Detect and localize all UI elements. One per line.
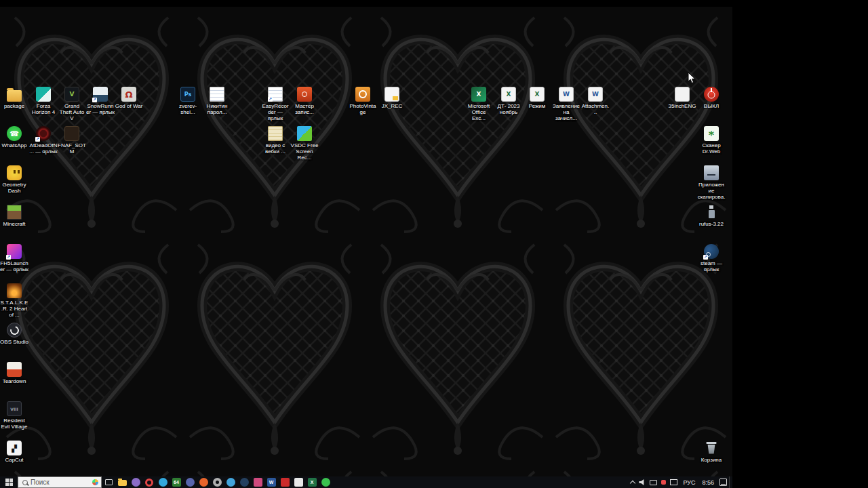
desktop-icon-zverev-shel[interactable]: Pszverev-shel... (174, 87, 202, 115)
display-icon (670, 479, 677, 485)
shortcut-arrow-icon (35, 137, 40, 142)
action-center-button[interactable] (717, 476, 729, 488)
taskbar-app-discord[interactable] (183, 476, 197, 488)
desktop-icon-skaner-drweb[interactable]: *Сканер Dr.Web (697, 126, 726, 155)
steam-icon (704, 244, 719, 259)
drweb-icon: * (704, 126, 719, 141)
desktop-icon-rufus-3-22[interactable]: rufus-3.22 (697, 205, 726, 227)
excel-file-icon: X (530, 87, 545, 102)
desktop-icon-35incheng[interactable]: 35inchENG (668, 87, 696, 109)
desktop-icon-label: rufus-3.22 (697, 221, 726, 227)
capcut-icon: ▞ (7, 441, 22, 455)
settings-icon (213, 478, 222, 487)
taskbar-app-youtube[interactable] (278, 476, 292, 488)
taskbar-app-skype[interactable] (224, 476, 237, 488)
gtav-icon: V (64, 87, 79, 102)
godofwar-icon: Ω (121, 87, 136, 102)
windows-logo-icon (5, 479, 13, 486)
desktop-icon-grand-theft-auto-v[interactable]: VGrand Theft Auto V (58, 87, 86, 122)
desktop-icon-zayavlenie-na-zachisl[interactable]: WЗаявление на зачисл... (552, 87, 580, 122)
taskbar-app-telegram[interactable] (156, 476, 170, 488)
desktop-icon-teardown[interactable]: Teardown (0, 362, 28, 384)
desktop-icon-fh5launcher[interactable]: FH5Launcher — ярлык (0, 244, 28, 272)
taskbar-app-photos[interactable] (251, 476, 264, 488)
desktop-icon-microsoft-office-excel[interactable]: XMicrosoft Office Exc... (465, 87, 493, 122)
desktop-icon-label: package (0, 103, 28, 109)
taskbar-app-brave[interactable] (197, 476, 210, 488)
desktop-icon-fnaf-sotm[interactable]: FNAF_SOTM (58, 126, 86, 155)
language-indicator[interactable]: РУС (679, 479, 698, 486)
desktop-icon-photovintage[interactable]: PhotoVintage (349, 87, 377, 115)
taskbar-app-opera[interactable] (142, 476, 156, 488)
desktop-icon-steam[interactable]: steam — ярлык (697, 244, 726, 272)
taskbar-app-lightshot[interactable] (129, 476, 142, 488)
taskbar-app-excel[interactable]: X (305, 476, 319, 488)
teardown-icon (7, 362, 22, 377)
screen: packageForza Horizon 4VGrand Theft Auto … (0, 0, 868, 488)
desktop[interactable]: packageForza Horizon 4VGrand Theft Auto … (0, 7, 732, 476)
textfile-icon (210, 87, 224, 102)
notification-icon (719, 479, 727, 486)
desktop-icon-label: Никитин парол... (203, 103, 231, 115)
volume-button[interactable] (637, 476, 648, 488)
desktop-icon-obs-studio[interactable]: OBS Studio (0, 323, 28, 345)
desktop-icon-snowrunner[interactable]: SnowRunner — ярлык (86, 87, 115, 115)
desktop-icon-dt-2023-noyabr[interactable]: XДТ- 2023 ноябрь (494, 87, 523, 115)
desktop-icon-forza-horizon-4[interactable]: Forza Horizon 4 (29, 87, 58, 115)
taskbar-app-notepad[interactable] (292, 476, 305, 488)
desktop-icon-nikitin-parol[interactable]: Никитин парол... (203, 87, 231, 115)
taskbar: Поиск 64WX РУС 8:56 (0, 476, 732, 488)
desktop-icon-video-s-vebki[interactable]: видео с вебки ... (261, 126, 290, 155)
adon-icon (36, 126, 51, 141)
taskbar-search[interactable]: Поиск (18, 476, 102, 488)
brave-icon (199, 478, 208, 487)
hidden-icons-button[interactable] (629, 476, 637, 488)
desktop-icon-whatsapp[interactable]: ☎WhatsApp (0, 126, 28, 148)
app-64-icon: 64 (172, 478, 181, 487)
desktop-icon-resident-evil-village[interactable]: VIIIResident Evil Village (0, 401, 28, 430)
desktop-icon-vsdc-free-screen-rec[interactable]: VSDC Free Screen Rec... (290, 126, 319, 161)
search-highlights-icon (92, 479, 98, 485)
search-icon (22, 480, 28, 485)
desktop-icon-jx-rec[interactable]: JX_REC (378, 87, 406, 109)
desktop-icon-master-zapis[interactable]: Мастер запис... (290, 87, 319, 115)
display-button[interactable] (668, 476, 679, 488)
recording-button[interactable] (659, 476, 668, 488)
desktop-icon-easyrecorder[interactable]: EasyRecorder — ярлык (261, 87, 290, 122)
record-icon (661, 480, 666, 485)
taskbar-app-file-explorer[interactable] (115, 476, 129, 488)
desktop-icon-atdeadofnight[interactable]: AtDeadOfN... — ярлык (29, 126, 58, 155)
desktop-icon-prilozhenie-skanirova[interactable]: Приложение сканирова... (697, 165, 726, 201)
whatsapp-icon (321, 478, 330, 487)
desktop-icon-vykl[interactable]: ВЫКЛ (697, 87, 726, 109)
photovintage-icon (355, 87, 370, 102)
telegram-icon (159, 478, 167, 487)
taskbar-app-steam[interactable] (237, 476, 251, 488)
desktop-icon-korzina[interactable]: Корзина (697, 441, 726, 463)
taskbar-app-settings[interactable] (210, 476, 224, 488)
desktop-icon-label: Teardown (0, 378, 28, 384)
gd-icon (7, 165, 22, 180)
file-explorer-icon (118, 480, 127, 486)
taskbar-app-app-64[interactable]: 64 (170, 476, 183, 488)
show-desktop-button[interactable] (729, 476, 732, 488)
desktop-icon-label: ДТ- 2023 ноябрь (494, 103, 523, 115)
desktop-icon-god-of-war[interactable]: ΩGod of War (115, 87, 143, 109)
taskbar-app-whatsapp[interactable] (319, 476, 332, 488)
desktop-icon-label: S.T.A.L.K.E.R. 2 Heart of ... (0, 300, 28, 319)
taskbar-app-task-view[interactable] (102, 476, 115, 488)
obs-icon (7, 323, 22, 338)
desktop-icon-stalker-2-heart-of[interactable]: S.T.A.L.K.E.R. 2 Heart of ... (0, 283, 28, 319)
desktop-icon-capcut[interactable]: ▞CapCut (0, 441, 28, 463)
desktop-icon-package[interactable]: package (0, 87, 28, 109)
desktop-icon-rezhim[interactable]: XРежим (523, 87, 551, 109)
usb-button[interactable] (648, 476, 659, 488)
desktop-icon-attachmen[interactable]: WAttachmen... (581, 87, 610, 115)
start-button[interactable] (0, 476, 18, 488)
clock[interactable]: 8:56 (698, 479, 717, 486)
desktop-icon-minecraft[interactable]: Minecraft (0, 205, 28, 227)
taskbar-app-word[interactable]: W (264, 476, 278, 488)
desktop-icon-label: Режим (523, 103, 551, 109)
desktop-icon-label: VSDC Free Screen Rec... (290, 142, 319, 161)
desktop-icon-geometry-dash[interactable]: Geometry Dash (0, 165, 28, 194)
